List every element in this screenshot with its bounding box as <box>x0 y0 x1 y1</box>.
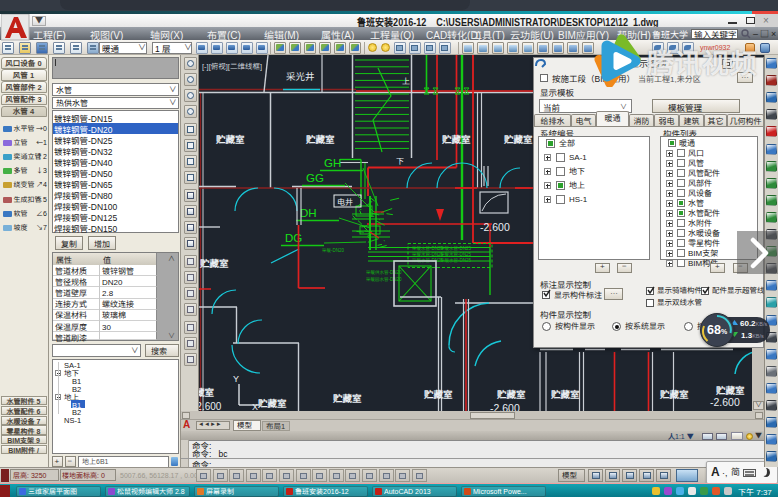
svg-text:下: 下 <box>396 155 404 166</box>
svg-text:-2.600: -2.600 <box>199 398 222 411</box>
svg-text:贮藏室: 贮藏室 <box>257 396 287 410</box>
svg-text:贮藏室: 贮藏室 <box>199 256 229 270</box>
svg-text:贮藏室: 贮藏室 <box>550 387 580 401</box>
svg-text:藏室: 藏室 <box>199 385 215 399</box>
svg-text:采暖回水管-DN20: 采暖回水管-DN20 <box>366 276 402 282</box>
svg-text:贮藏室: 贮藏室 <box>503 132 533 146</box>
svg-text:[-][俯视][二维线框]: [-][俯视][二维线框] <box>202 60 262 71</box>
svg-text:贮藏室: 贮藏室 <box>441 132 471 146</box>
svg-text:DG: DG <box>285 229 302 245</box>
svg-text:-2.600: -2.600 <box>480 219 510 234</box>
svg-text:采光井: 采光井 <box>286 69 315 83</box>
svg-text:DH: DH <box>300 204 317 220</box>
svg-text:贮藏室: 贮藏室 <box>659 387 689 401</box>
svg-text:电井: 电井 <box>337 196 353 207</box>
svg-text:Y: Y <box>233 372 239 385</box>
svg-text:上: 上 <box>402 75 410 86</box>
svg-text:采暖水管-DN25: 采暖水管-DN25 <box>440 257 472 263</box>
svg-text:贮藏室: 贮藏室 <box>496 387 526 401</box>
svg-text:贮藏室: 贮藏室 <box>215 132 245 146</box>
svg-text:贮藏室: 贮藏室 <box>332 391 362 405</box>
svg-text:GH: GH <box>324 154 341 170</box>
svg-text:GG: GG <box>306 169 324 185</box>
svg-text:-2.600: -2.600 <box>710 394 740 409</box>
svg-text:采暖水管-DN25: 采暖水管-DN25 <box>412 257 444 263</box>
svg-text:贮藏室: 贮藏室 <box>305 132 335 146</box>
svg-text:采暖供水管-DN20: 采暖供水管-DN20 <box>366 269 402 275</box>
svg-text:-2.600: -2.600 <box>490 400 520 411</box>
svg-text:贮藏室: 贮藏室 <box>423 387 453 401</box>
svg-text:采暖-DN20: 采暖-DN20 <box>322 247 345 253</box>
